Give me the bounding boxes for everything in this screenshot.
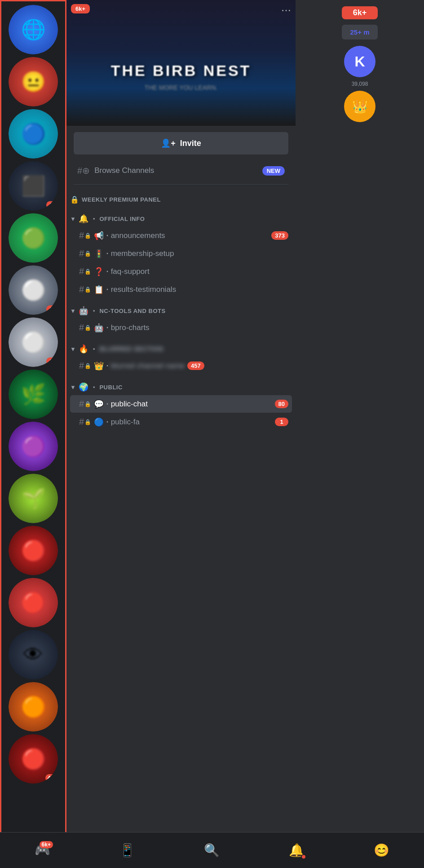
hash-lock-announcements: # 🔒 <box>79 230 91 241</box>
channel-name-faq: faq-support <box>111 267 288 276</box>
server-icon-5[interactable]: 🟢 <box>9 213 58 263</box>
live-badge: 6k+ <box>71 4 90 13</box>
category-official-info-label: OFFICIAL INFO <box>99 216 292 222</box>
server-icon-14[interactable]: 🟠 <box>9 682 58 731</box>
banner-menu-dots[interactable]: ⋯ <box>281 4 291 16</box>
category-arrow-nc-tools: ▼ <box>70 308 76 314</box>
channel-bullet-public-chat: • <box>106 401 108 406</box>
nav-servers[interactable]: 🎮 6k+ <box>35 843 50 858</box>
hash-lock-blurred: # 🔒 <box>79 361 91 371</box>
channel-badge-blurred: 457 <box>187 361 204 370</box>
nav-dms[interactable]: 📱 <box>119 843 135 858</box>
lock-icon: 🔒 <box>70 195 79 204</box>
hash-lock-public-fa: # 🔒 <box>79 417 91 427</box>
server-icon-10[interactable]: 🌱 <box>9 474 58 523</box>
channel-row-public-chat[interactable]: # 🔒 💬 • public-chat 80 <box>70 395 292 413</box>
channel-name-public-chat: public-chat <box>111 400 272 409</box>
server-icon-3[interactable]: 🔵 <box>9 109 58 159</box>
server-icon-13[interactable]: 👁 <box>9 630 58 679</box>
server-icon-11[interactable]: 🔴 <box>9 526 58 575</box>
servers-badge: 6k+ <box>40 841 53 848</box>
nav-profile[interactable]: 😊 <box>374 843 389 858</box>
category-arrow-public: ▼ <box>70 384 76 391</box>
avatar-crown[interactable]: 👑 <box>344 91 375 122</box>
channel-bullet-membership: • <box>106 251 108 256</box>
invite-button[interactable]: 👤+ Invite <box>74 132 288 154</box>
category-weekly-premium[interactable]: 🔒 WEEKLY PREMIUM PANEL <box>66 188 296 207</box>
hash-lock-bpro: # 🔒 <box>79 322 91 333</box>
channel-name-membership: membership-setup <box>111 249 288 258</box>
channel-name-public-fa: public-fa <box>111 418 272 427</box>
hash-icon: #⊕ <box>77 165 90 176</box>
channel-name-bpro: bpro-charts <box>111 323 288 332</box>
nav-search[interactable]: 🔍 <box>204 843 220 858</box>
channel-bullet-public-fa: • <box>106 419 108 424</box>
server-icon-12[interactable]: 🔴 <box>9 578 58 627</box>
channel-name-announcements: announcements <box>111 231 269 240</box>
channel-name-blurred: blurred channel name <box>111 361 185 370</box>
channel-row-membership-setup[interactable]: # 🔒 🚦 • membership-setup <box>70 245 292 262</box>
server-icon-7[interactable]: ⚪ 1 <box>9 317 58 367</box>
server-icon-15[interactable]: 🔴 44 <box>9 734 58 784</box>
channel-row-faq-support[interactable]: # 🔒 ❓ • faq-support <box>70 263 292 280</box>
channel-emoji-announcements: 📢 <box>94 231 104 241</box>
avatar-k[interactable]: K <box>344 46 375 77</box>
search-icon: 🔍 <box>204 843 220 858</box>
server-banner-subtitle: THE MORE YOU LEARN. <box>145 84 217 91</box>
category-official-info[interactable]: ▼ 🔔 • OFFICIAL INFO <box>66 207 296 226</box>
server-icon-2[interactable]: 😐 <box>9 57 58 106</box>
category-nc-tools[interactable]: ▼ 🤖 • NC-TOOLS AND BOTS <box>66 299 296 318</box>
server-badge-6: 1 <box>46 305 56 313</box>
channel-row-blurred[interactable]: # 🔒 👑 • blurred channel name 457 <box>70 357 292 375</box>
category-public[interactable]: ▼ 🌍 • PUBLIC <box>66 375 296 395</box>
channels-list: 🔒 WEEKLY PREMIUM PANEL ▼ 🔔 • OFFICIAL IN… <box>66 188 296 868</box>
channel-badge-public-chat: 80 <box>275 400 288 408</box>
new-badge: NEW <box>262 166 285 176</box>
server-badge-4: 1 <box>46 201 56 209</box>
server-icon-4[interactable]: ⬛ 1 <box>9 161 58 211</box>
category-emoji-official-info: 🔔 <box>79 214 88 224</box>
server-icon-1[interactable]: 🌐 <box>9 5 58 54</box>
category-arrow-official-info: ▼ <box>70 216 76 222</box>
channel-row-announcements[interactable]: # 🔒 📢 • announcements 373 <box>70 227 292 244</box>
category-arrow-blurred: ▼ <box>70 346 76 352</box>
avatar-k-number: 39,098 <box>352 81 368 87</box>
nav-mentions[interactable]: 🔔 <box>289 843 305 858</box>
hash-lock-membership: # 🔒 <box>79 248 91 259</box>
bottom-nav: 🎮 6k+ 📱 🔍 🔔 😊 <box>0 832 424 868</box>
channel-row-results-testimonials[interactable]: # 🔒 📋 • results-testimonials <box>70 281 292 298</box>
category-nc-tools-label: NC-TOOLS AND BOTS <box>99 308 292 314</box>
hash-lock-faq: # 🔒 <box>79 266 91 277</box>
channel-sidebar: ⋯ 6k+ THE BIRB NEST THE MORE YOU LEARN. … <box>66 0 296 868</box>
server-icon-9[interactable]: 🟣 <box>9 422 58 471</box>
right-panel: 6k+ 25+ m K 39,098 👑 <box>296 0 424 868</box>
mentions-dot <box>301 854 306 859</box>
server-icon-6[interactable]: ⚪ 1 <box>9 265 58 315</box>
channel-bullet-announcements: • <box>106 233 108 238</box>
channel-row-public-fa[interactable]: # 🔒 🔵 • public-fa 1 <box>70 413 292 431</box>
channel-bullet-faq: • <box>106 269 108 274</box>
category-weekly-premium-label: WEEKLY PREMIUM PANEL <box>82 196 292 203</box>
hash-lock-public-chat: # 🔒 <box>79 399 91 409</box>
channel-bullet-bpro: • <box>106 325 108 330</box>
members-label: 25+ m <box>342 25 378 40</box>
invite-label: Invite <box>180 139 201 148</box>
category-blurred[interactable]: ▼ 🔥 • BLURRED SECTION <box>66 337 296 357</box>
channel-row-bpro-charts[interactable]: # 🔒 🤖 • bpro-charts <box>70 319 292 336</box>
hash-lock-results: # 🔒 <box>79 284 91 295</box>
server-banner-title: THE BIRB NEST <box>111 62 252 79</box>
channel-badge-announcements: 373 <box>271 231 288 240</box>
channel-emoji-public-fa: 🔵 <box>94 417 104 427</box>
channel-badge-public-fa: 1 <box>275 418 288 426</box>
channel-bullet-results: • <box>106 287 108 292</box>
category-emoji-nc-tools: 🤖 <box>79 306 88 316</box>
category-emoji-public: 🌍 <box>79 382 88 392</box>
dms-icon: 📱 <box>119 843 135 858</box>
server-icon-8[interactable]: 🌿 <box>9 370 58 419</box>
server-badge-7: 1 <box>46 357 56 365</box>
server-sidebar: 🌐 😐 🔵 ⬛ 1 🟢 ⚪ 1 ⚪ 1 🌿 <box>0 0 66 868</box>
browse-channels-row[interactable]: #⊕ Browse Channels NEW <box>70 161 292 181</box>
server-banner: ⋯ 6k+ THE BIRB NEST THE MORE YOU LEARN. <box>66 0 296 126</box>
avatar-crown-emoji: 👑 <box>352 99 368 114</box>
category-blurred-label: BLURRED SECTION <box>99 345 163 352</box>
